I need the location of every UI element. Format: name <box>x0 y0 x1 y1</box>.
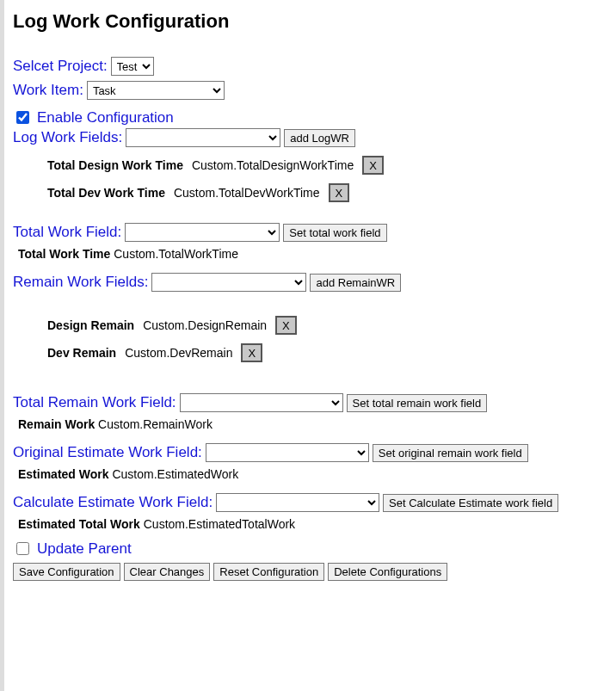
calcestimate-select[interactable] <box>216 493 379 512</box>
project-label: Selcet Project: <box>13 58 108 75</box>
totalremain-select[interactable] <box>180 393 343 412</box>
logwork-item: Total Dev Work Time Custom.TotalDevWorkT… <box>47 183 607 202</box>
updateparent-checkbox[interactable] <box>16 542 29 555</box>
add-logwr-button[interactable]: add LogWR <box>284 129 355 147</box>
logwork-item: Total Design Work Time Custom.TotalDesig… <box>47 156 607 175</box>
logwork-label: Log Work Fields: <box>13 129 122 146</box>
set-origestimate-button[interactable]: Set original remain work field <box>373 444 528 462</box>
save-button[interactable]: Save Configuration <box>13 563 120 581</box>
origestimate-select[interactable] <box>206 443 369 462</box>
delete-button[interactable]: Delete Configurations <box>328 563 447 581</box>
set-calcestimate-button[interactable]: Set Calculate Estimate work field <box>383 494 558 512</box>
origestimate-sub-name: Estimated Work <box>18 467 109 481</box>
logwork-item-name: Total Dev Work Time <box>47 186 165 200</box>
remainwork-item: Design Remain Custom.DesignRemain X <box>47 316 607 335</box>
remainwork-item-name: Design Remain <box>47 318 134 332</box>
calcestimate-sub-name: Estimated Total Work <box>18 517 140 531</box>
remove-remainwork-button[interactable]: X <box>275 316 297 335</box>
reset-button[interactable]: Reset Configuration <box>213 563 324 581</box>
origestimate-label: Original Estimate Work Field: <box>13 444 202 461</box>
add-remainwr-button[interactable]: add RemainWR <box>310 274 401 292</box>
totalwork-select[interactable] <box>125 223 280 242</box>
totalwork-sub-name: Total Work Time <box>18 247 110 261</box>
remainwork-item: Dev Remain Custom.DevRemain X <box>47 343 607 362</box>
calcestimate-label: Calculate Estimate Work Field: <box>13 494 213 511</box>
remove-remainwork-button[interactable]: X <box>241 343 262 362</box>
totalremain-sub-value: Custom.RemainWork <box>98 417 213 431</box>
remainwork-item-value: Custom.DevRemain <box>125 346 232 360</box>
remove-logwork-button[interactable]: X <box>329 183 350 202</box>
remainwork-item-value: Custom.DesignRemain <box>143 318 267 332</box>
totalremain-label: Total Remain Work Field: <box>13 394 176 411</box>
remainwork-select[interactable] <box>151 273 306 292</box>
calcestimate-sub-value: Custom.EstimatedTotalWork <box>144 517 295 531</box>
set-totalwork-button[interactable]: Set total work field <box>283 224 386 242</box>
totalremain-sub-name: Remain Work <box>18 417 95 431</box>
logwork-item-value: Custom.TotalDesignWorkTime <box>192 158 354 172</box>
updateparent-label: Update Parent <box>37 540 132 558</box>
origestimate-sub-value: Custom.EstimatedWork <box>112 467 238 481</box>
enable-checkbox[interactable] <box>16 111 29 124</box>
workitem-select[interactable]: Task <box>87 81 225 100</box>
remainwork-label: Remain Work Fields: <box>13 274 148 291</box>
page-title: Log Work Configuration <box>13 10 607 33</box>
logwork-item-name: Total Design Work Time <box>47 158 183 172</box>
remove-logwork-button[interactable]: X <box>362 156 384 175</box>
remainwork-item-name: Dev Remain <box>47 346 116 360</box>
logwork-select[interactable] <box>126 128 280 147</box>
set-totalremain-button[interactable]: Set total remain work field <box>347 394 488 412</box>
totalwork-label: Total Work Field: <box>13 224 121 241</box>
project-select[interactable]: Test <box>111 57 154 76</box>
clear-button[interactable]: Clear Changes <box>124 563 211 581</box>
enable-label: Enable Configuration <box>37 109 174 126</box>
workitem-label: Work Item: <box>13 82 83 99</box>
totalwork-sub-value: Custom.TotalWorkTime <box>114 247 238 261</box>
logwork-item-value: Custom.TotalDevWorkTime <box>174 186 320 200</box>
